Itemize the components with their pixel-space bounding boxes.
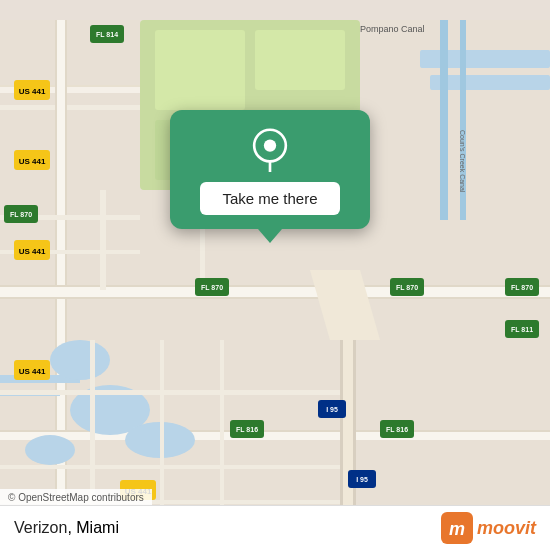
svg-rect-3 — [255, 30, 345, 90]
svg-rect-2 — [155, 30, 245, 110]
svg-rect-68 — [0, 465, 340, 469]
svg-text:US 441: US 441 — [19, 157, 46, 166]
svg-rect-19 — [0, 430, 550, 432]
location-pin-icon — [248, 128, 292, 172]
svg-text:FL 811: FL 811 — [511, 326, 533, 333]
svg-text:FL 816: FL 816 — [386, 426, 408, 433]
moovit-logo: m moovit — [441, 512, 536, 544]
svg-text:FL 816: FL 816 — [236, 426, 258, 433]
svg-rect-11 — [0, 105, 140, 110]
moovit-text: moovit — [477, 518, 536, 539]
svg-text:Coun's Creek Canal: Coun's Creek Canal — [459, 130, 466, 193]
brand-row: Verizon, Miami m moovit — [0, 506, 550, 550]
svg-text:I 95: I 95 — [326, 406, 338, 413]
map-attribution: © OpenStreetMap contributors — [0, 489, 152, 506]
svg-rect-17 — [0, 297, 550, 299]
svg-text:US 441: US 441 — [19, 367, 46, 376]
svg-point-32 — [25, 435, 75, 465]
svg-text:FL 870: FL 870 — [201, 284, 223, 291]
svg-rect-67 — [0, 390, 340, 395]
svg-rect-5 — [420, 50, 550, 68]
map-container: US 441 US 441 US 441 US 441 FL 814 FL 87… — [0, 0, 550, 550]
svg-rect-24 — [100, 190, 106, 290]
bottom-bar: Verizon, Miami m moovit — [0, 505, 550, 550]
svg-text:FL 870: FL 870 — [396, 284, 418, 291]
svg-text:FL 870: FL 870 — [511, 284, 533, 291]
svg-point-30 — [50, 340, 110, 380]
svg-text:Pompano Canal: Pompano Canal — [360, 24, 425, 34]
location-label: Verizon, Miami — [14, 519, 119, 537]
separator: , — [67, 519, 71, 536]
svg-rect-7 — [440, 20, 448, 220]
svg-point-73 — [264, 139, 276, 151]
svg-text:US 441: US 441 — [19, 87, 46, 96]
svg-text:FL 814: FL 814 — [96, 31, 118, 38]
brand-location: Miami — [76, 519, 119, 536]
svg-rect-16 — [0, 285, 550, 287]
svg-text:I 95: I 95 — [356, 476, 368, 483]
moovit-icon: m — [441, 512, 473, 544]
map-background: US 441 US 441 US 441 US 441 FL 814 FL 87… — [0, 0, 550, 550]
svg-rect-15 — [0, 285, 550, 299]
brand-name: Verizon — [14, 519, 67, 536]
svg-text:US 441: US 441 — [19, 247, 46, 256]
svg-text:m: m — [449, 519, 465, 539]
take-me-there-button[interactable]: Take me there — [200, 182, 339, 215]
svg-text:FL 870: FL 870 — [10, 211, 32, 218]
popup-card: Take me there — [170, 110, 370, 229]
